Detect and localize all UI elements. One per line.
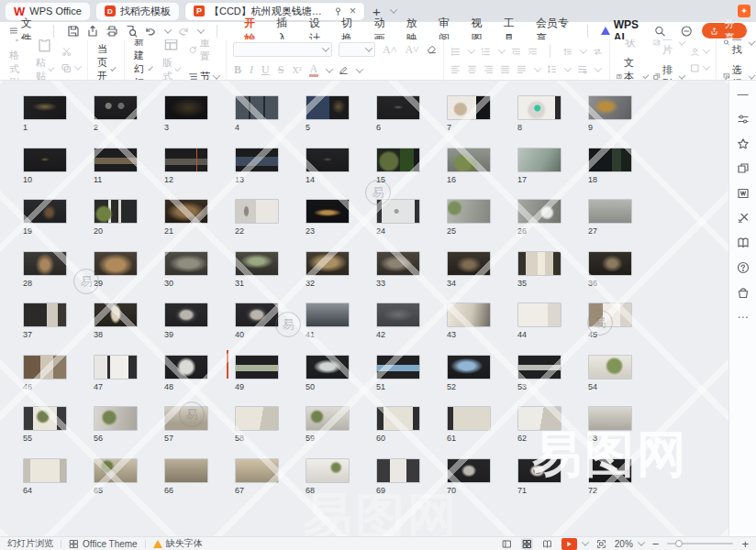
slide-thumbnail[interactable] bbox=[376, 355, 420, 380]
slide-thumbnail[interactable] bbox=[517, 148, 561, 172]
slide-thumbnail[interactable] bbox=[235, 355, 279, 380]
slide-thumbnail[interactable] bbox=[235, 458, 279, 483]
undo-chevron-icon[interactable] bbox=[164, 26, 172, 33]
slide-thumbnail[interactable] bbox=[164, 251, 208, 276]
slide-thumbnail[interactable] bbox=[306, 302, 350, 327]
slide-thumbnail[interactable] bbox=[517, 199, 561, 224]
slide-thumbnail[interactable] bbox=[235, 199, 279, 224]
undo-icon[interactable] bbox=[144, 25, 157, 38]
superscript-button[interactable]: X² bbox=[291, 65, 302, 75]
slide-thumbnail[interactable] bbox=[94, 406, 138, 431]
missing-fonts-button[interactable]: 缺失字体 bbox=[153, 537, 203, 550]
convert-icon[interactable] bbox=[593, 47, 603, 57]
slide-thumbnail[interactable] bbox=[23, 355, 67, 380]
redo-icon[interactable] bbox=[177, 25, 190, 38]
resource-box-icon[interactable] bbox=[737, 187, 750, 200]
reading-view-button[interactable] bbox=[541, 538, 553, 550]
underline-button[interactable]: U bbox=[261, 63, 271, 77]
more-options-icon[interactable]: ⋯ bbox=[737, 311, 750, 324]
slide-thumbnail[interactable] bbox=[306, 148, 350, 172]
collapse-handle-icon[interactable]: — bbox=[737, 88, 750, 101]
slide-thumbnail[interactable] bbox=[23, 302, 67, 327]
layout-button[interactable]: 版式 bbox=[160, 39, 183, 81]
align-left-icon[interactable] bbox=[450, 64, 461, 74]
slide-thumbnail[interactable] bbox=[588, 199, 632, 224]
tab-list-chevron-icon[interactable] bbox=[389, 6, 396, 13]
slide-thumbnail[interactable] bbox=[588, 355, 632, 380]
slide-thumbnail[interactable] bbox=[23, 458, 67, 483]
clear-format-icon[interactable] bbox=[427, 45, 437, 55]
properties-sliders-icon[interactable] bbox=[737, 113, 750, 126]
slide-thumbnail[interactable] bbox=[23, 251, 67, 276]
slide-thumbnail[interactable] bbox=[235, 95, 279, 120]
slide-thumbnail[interactable] bbox=[447, 95, 491, 120]
slide-thumbnail[interactable] bbox=[306, 199, 350, 224]
zoom-slider[interactable] bbox=[667, 543, 733, 544]
new-slide-button[interactable]: 新建幻灯片 bbox=[131, 39, 154, 81]
slide-thumbnail[interactable] bbox=[94, 199, 138, 224]
slide-thumbnail[interactable] bbox=[164, 148, 208, 172]
material-library-icon[interactable] bbox=[737, 162, 750, 175]
align-right-icon[interactable] bbox=[484, 64, 494, 74]
bullet-list-icon[interactable] bbox=[450, 47, 461, 57]
slide-thumbnail[interactable] bbox=[447, 458, 491, 483]
slide-thumbnail[interactable] bbox=[94, 148, 138, 172]
cut-button[interactable] bbox=[61, 47, 81, 57]
picture-button[interactable]: 图片 bbox=[653, 39, 684, 57]
tab-docer-templates[interactable]: D 找稻壳模板 bbox=[96, 3, 179, 20]
titlebar-promo-icon[interactable]: ✦ bbox=[738, 5, 750, 17]
slide-thumbnail[interactable] bbox=[376, 251, 420, 276]
decrease-font-button[interactable]: A˅ bbox=[404, 43, 419, 57]
slide-thumbnail[interactable] bbox=[164, 95, 208, 120]
strikethrough-button[interactable]: S bbox=[277, 63, 285, 77]
align-center-icon[interactable] bbox=[467, 64, 477, 74]
textbox-button[interactable]: 文本框 bbox=[617, 56, 648, 81]
slide-thumbnail[interactable] bbox=[94, 355, 138, 380]
slide-thumbnail[interactable] bbox=[306, 458, 350, 483]
slide-thumbnail[interactable] bbox=[376, 406, 420, 431]
slide-thumbnail[interactable] bbox=[447, 355, 491, 380]
distribute-icon[interactable] bbox=[517, 64, 527, 74]
search-icon[interactable] bbox=[654, 25, 666, 38]
slide-thumbnail[interactable] bbox=[94, 302, 138, 327]
slide-thumbnail[interactable] bbox=[23, 406, 67, 431]
justify-icon[interactable] bbox=[500, 64, 510, 74]
increase-indent-icon[interactable] bbox=[528, 47, 538, 57]
slide-thumbnail[interactable] bbox=[164, 199, 208, 224]
format-painter-button[interactable]: 格式刷 bbox=[6, 39, 28, 81]
slide-thumbnail[interactable] bbox=[588, 148, 632, 172]
section-button[interactable]: 节 bbox=[188, 70, 219, 81]
bold-button[interactable]: B bbox=[233, 63, 242, 77]
help-icon[interactable] bbox=[737, 261, 750, 274]
slide-thumbnail[interactable] bbox=[447, 148, 491, 172]
slide-thumbnail[interactable] bbox=[588, 95, 632, 120]
slide-thumbnail[interactable] bbox=[376, 302, 420, 327]
docer-membership-icon[interactable] bbox=[737, 286, 750, 299]
slide-thumbnail[interactable] bbox=[94, 458, 138, 483]
slide-thumbnail[interactable] bbox=[376, 95, 420, 120]
slide-thumbnail[interactable] bbox=[517, 95, 561, 120]
play-from-current-button[interactable]: 当页开始 bbox=[94, 39, 117, 81]
font-size-select[interactable] bbox=[339, 42, 375, 57]
normal-view-button[interactable] bbox=[501, 538, 513, 550]
increase-font-button[interactable]: A˄ bbox=[382, 43, 397, 57]
font-family-select[interactable] bbox=[233, 42, 332, 57]
navigation-book-icon[interactable] bbox=[737, 236, 750, 249]
fit-to-window-icon[interactable] bbox=[596, 539, 606, 549]
slide-thumbnail[interactable] bbox=[306, 95, 350, 120]
paragraph-settings-icon[interactable] bbox=[577, 64, 587, 74]
font-color-button[interactable]: A bbox=[309, 63, 319, 77]
slide-thumbnail[interactable] bbox=[517, 355, 561, 380]
copy-button[interactable] bbox=[61, 63, 81, 73]
slide-thumbnail[interactable] bbox=[235, 406, 279, 431]
slide-thumbnail[interactable] bbox=[306, 251, 350, 276]
slide-thumbnail[interactable] bbox=[588, 251, 632, 276]
insert-avatar-button[interactable] bbox=[690, 47, 709, 57]
slide-thumbnail[interactable] bbox=[23, 199, 67, 224]
arrange-button[interactable]: 排列 bbox=[653, 63, 684, 82]
print-preview-icon[interactable] bbox=[125, 25, 138, 38]
slide-thumbnail[interactable] bbox=[306, 355, 350, 380]
slide-thumbnail[interactable] bbox=[235, 302, 279, 327]
smart-tools-icon[interactable] bbox=[737, 212, 750, 225]
slide-thumbnail[interactable] bbox=[164, 355, 208, 380]
